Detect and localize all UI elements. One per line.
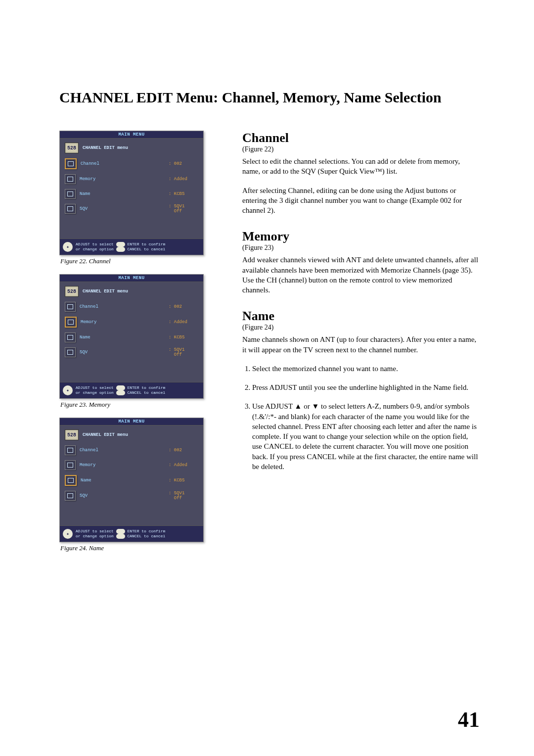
section-paragraph: Add weaker channels viewed with ANT and … [242, 255, 480, 295]
menu-item-label: Memory [80, 177, 165, 182]
section-memory: Memory (Figure 23) Add weaker channels v… [242, 229, 480, 295]
step-list: Select the memorized channel you want to… [242, 364, 480, 472]
section-paragraph: After selecting Channel, editing can be … [242, 186, 480, 216]
submenu-title: CHANNEL EDIT menu [83, 289, 128, 294]
footer-text: ADJUST to select [76, 529, 114, 533]
menu-item-label: Name [80, 191, 165, 196]
step-item: Select the memorized channel you want to… [252, 364, 480, 374]
section-channel: Channel (Figure 22) Select to edit the c… [242, 131, 480, 215]
dpad-icon: ✦ [63, 529, 73, 539]
square-icon [65, 302, 76, 312]
menu-item-label: Channel [80, 304, 165, 309]
pill-icon [116, 534, 125, 539]
menu-title: MAIN MENU [60, 418, 203, 425]
section-title: Channel [242, 131, 480, 145]
icon-528: 528 [65, 286, 79, 297]
menu-item-value: : KCBS [169, 478, 198, 483]
section-figure-ref: (Figure 22) [242, 145, 480, 153]
menu-item-label: Name [80, 335, 165, 340]
square-icon [65, 317, 77, 328]
square-icon [65, 491, 76, 501]
menu-item-label: SQV [80, 493, 165, 498]
menu-footer: ✦ ADJUST to select ENTER to confirm or c… [60, 525, 203, 542]
footer-text: CANCEL to cancel [127, 247, 165, 251]
menu-item-value: : 002 [169, 304, 198, 309]
menu-item-value: : Added [169, 320, 198, 325]
submenu-title: CHANNEL EDIT menu [83, 145, 128, 150]
square-icon [65, 445, 76, 455]
square-icon [65, 189, 76, 199]
page-number: 41 [458, 707, 480, 732]
tv-menu-fig22: MAIN MENU 528 CHANNEL EDIT menu Channel:… [59, 131, 204, 255]
pill-icon [116, 390, 125, 395]
footer-text: ADJUST to select [76, 385, 114, 390]
menu-item-label: Channel [80, 448, 165, 453]
menu-title: MAIN MENU [60, 131, 203, 139]
square-icon [65, 204, 76, 214]
section-name: Name (Figure 24) Name channels shown on … [242, 309, 480, 472]
figures-column: MAIN MENU 528 CHANNEL EDIT menu Channel:… [59, 131, 213, 561]
text-column: Channel (Figure 22) Select to edit the c… [242, 131, 480, 561]
section-paragraph: Select to edit the channel selections. Y… [242, 156, 480, 177]
pill-icon [116, 385, 125, 390]
footer-text: or change option [76, 390, 114, 395]
page-title: CHANNEL EDIT Menu: Channel, Memory, Name… [59, 89, 480, 106]
step-item: Use ADJUST ▲ or ▼ to select letters A-Z,… [252, 401, 480, 472]
menu-item-value: : SQV1 Off [169, 347, 198, 357]
tv-menu-fig24: MAIN MENU 528 CHANNEL EDIT menu Channel:… [59, 418, 204, 542]
square-icon [65, 460, 76, 470]
menu-item-value: : Added [169, 463, 198, 468]
footer-text: ENTER to confirm [127, 242, 165, 246]
menu-item-label: Name [81, 478, 165, 483]
section-paragraph: Name channels shown on ANT (up to four c… [242, 334, 480, 355]
square-icon [65, 174, 76, 184]
menu-item-value: : Added [169, 177, 198, 182]
square-icon [65, 332, 76, 342]
menu-item-label: SQV [80, 350, 165, 355]
menu-item-value: : SQV1 Off [169, 204, 198, 214]
footer-text: CANCEL to cancel [127, 534, 165, 538]
footer-text: ENTER to confirm [127, 529, 165, 533]
section-figure-ref: (Figure 24) [242, 324, 480, 331]
section-title: Memory [242, 229, 480, 244]
footer-text: or change option [76, 247, 114, 251]
menu-item-label: Channel [81, 161, 165, 166]
menu-footer: ✦ ADJUST to select ENTER to confirm or c… [60, 238, 203, 255]
tv-menu-fig23: MAIN MENU 528 CHANNEL EDIT menu Channel:… [59, 274, 204, 399]
pill-icon [116, 529, 125, 534]
section-title: Name [242, 309, 480, 324]
figure-caption: Figure 24. Name [60, 544, 213, 552]
menu-item-label: Memory [81, 320, 165, 325]
footer-text: CANCEL to cancel [127, 390, 165, 395]
section-figure-ref: (Figure 23) [242, 244, 480, 252]
menu-footer: ✦ ADJUST to select ENTER to confirm or c… [60, 382, 203, 398]
pill-icon [116, 242, 125, 247]
figure-caption: Figure 23. Memory [60, 401, 213, 409]
menu-item-value: : KCBS [169, 335, 198, 340]
dpad-icon: ✦ [63, 385, 73, 395]
square-icon [65, 158, 77, 169]
icon-528: 528 [65, 142, 79, 153]
menu-title: MAIN MENU [60, 275, 203, 282]
square-icon [65, 475, 77, 486]
pill-icon [116, 247, 125, 252]
icon-528: 528 [65, 429, 79, 440]
footer-text: ENTER to confirm [127, 385, 165, 390]
step-item: Press ADJUST until you see the underline… [252, 382, 480, 392]
menu-item-label: SQV [80, 206, 165, 211]
menu-item-value: : 002 [169, 161, 198, 166]
dpad-icon: ✦ [63, 242, 73, 252]
footer-text: or change option [76, 534, 114, 538]
figure-caption: Figure 22. Channel [60, 257, 213, 265]
menu-item-value: : KCBS [169, 191, 198, 196]
menu-item-label: Memory [80, 463, 165, 468]
footer-text: ADJUST to select [76, 242, 114, 246]
menu-item-value: : SQV1 Off [169, 491, 198, 501]
square-icon [65, 347, 76, 357]
menu-item-value: : 002 [169, 448, 198, 453]
submenu-title: CHANNEL EDIT menu [83, 432, 128, 437]
